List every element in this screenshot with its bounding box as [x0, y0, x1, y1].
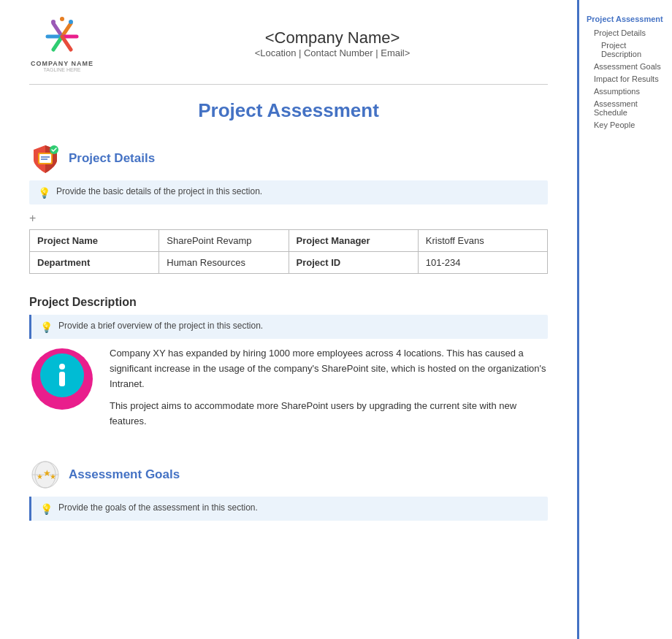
add-row-button[interactable]: + [29, 212, 548, 225]
company-info: <Company Name> <Location | Contact Numbe… [117, 28, 548, 58]
value-project-name: SharePoint Revamp [159, 230, 289, 252]
svg-line-5 [62, 37, 71, 50]
sidebar-item-project-description[interactable]: Project Description [587, 40, 665, 59]
svg-point-16 [59, 364, 65, 370]
sidebar-item-assumptions[interactable]: Assumptions [587, 86, 665, 96]
svg-point-7 [60, 17, 64, 21]
project-details-table: Project Name SharePoint Revamp Project M… [29, 229, 548, 274]
project-details-title: Project Details [69, 151, 155, 166]
assessment-goals-header: ★ ★ ★ Assessment Goals [29, 459, 548, 491]
logo-area: COMPANY NAME TAGLINE HERE [29, 15, 95, 72]
sidebar-item-key-people[interactable]: Key People [587, 120, 665, 130]
svg-point-6 [51, 20, 56, 24]
sidebar-item-project-details[interactable]: Project Details [587, 28, 665, 38]
svg-text:★: ★ [50, 472, 56, 481]
sidebar-item-assessment-schedule[interactable]: Assessment Schedule [587, 99, 665, 118]
page-title: Project Assessment [29, 99, 548, 122]
sidebar-title: Project Assessment [587, 15, 665, 23]
label-department: Department [30, 252, 159, 274]
project-details-icon [29, 142, 61, 175]
value-department: Human Resources [159, 252, 289, 274]
project-description-hint: 💡 Provide a brief overview of the projec… [31, 315, 548, 339]
hint-icon-goals: 💡 [40, 503, 53, 515]
company-name: <Company Name> [117, 28, 548, 47]
assessment-goals-title: Assessment Goals [69, 467, 180, 482]
assessment-goals-hint: 💡 Provide the goals of the assessment in… [31, 497, 548, 521]
project-description-section: Project Description 💡 Provide a brief ov… [29, 296, 548, 437]
sidebar-item-assessment-goals[interactable]: Assessment Goals [587, 61, 665, 72]
description-text: Company XY has expanded by hiring 1000 m… [110, 346, 548, 437]
svg-rect-10 [39, 154, 51, 163]
table-row: Department Human Resources Project ID 10… [30, 252, 548, 274]
assessment-goals-section: ★ ★ ★ Assessment Goals 💡 Provide the goa… [29, 459, 548, 521]
assessment-goals-icon: ★ ★ ★ [29, 459, 61, 491]
label-project-id: Project ID [289, 252, 418, 274]
hint-icon-desc: 💡 [40, 321, 53, 333]
project-description-title: Project Description [29, 296, 137, 309]
svg-line-0 [53, 23, 62, 37]
logo-tagline-text: TAGLINE HERE [44, 67, 81, 72]
project-details-section: Project Details 💡 Provide the basic deta… [29, 142, 548, 274]
table-row: Project Name SharePoint Revamp Project M… [30, 230, 548, 252]
svg-point-8 [69, 20, 73, 24]
sidebar: Project Assessment Project Details Proje… [577, 0, 672, 639]
hint-icon: 💡 [38, 187, 50, 199]
project-details-header: Project Details [29, 142, 548, 175]
company-contact: <Location | Contact Number | Email> [117, 47, 548, 58]
svg-line-4 [53, 37, 62, 50]
sidebar-item-impact-for-results[interactable]: Impact for Results [587, 74, 665, 84]
page-header: COMPANY NAME TAGLINE HERE <Company Name>… [29, 15, 548, 85]
value-project-id: 101-234 [418, 252, 547, 274]
svg-rect-17 [59, 372, 65, 386]
logo-company-text: COMPANY NAME [31, 60, 93, 67]
project-details-hint: 💡 Provide the basic details of the proje… [29, 180, 548, 204]
svg-line-1 [62, 23, 71, 37]
description-icon [29, 346, 95, 412]
company-logo [40, 15, 84, 58]
label-project-name: Project Name [30, 230, 159, 252]
label-project-manager: Project Manager [289, 230, 418, 252]
value-project-manager: Kristoff Evans [418, 230, 547, 252]
project-description-content: Company XY has expanded by hiring 1000 m… [29, 346, 548, 437]
svg-text:★: ★ [37, 472, 43, 481]
project-description-header: Project Description [29, 296, 548, 309]
